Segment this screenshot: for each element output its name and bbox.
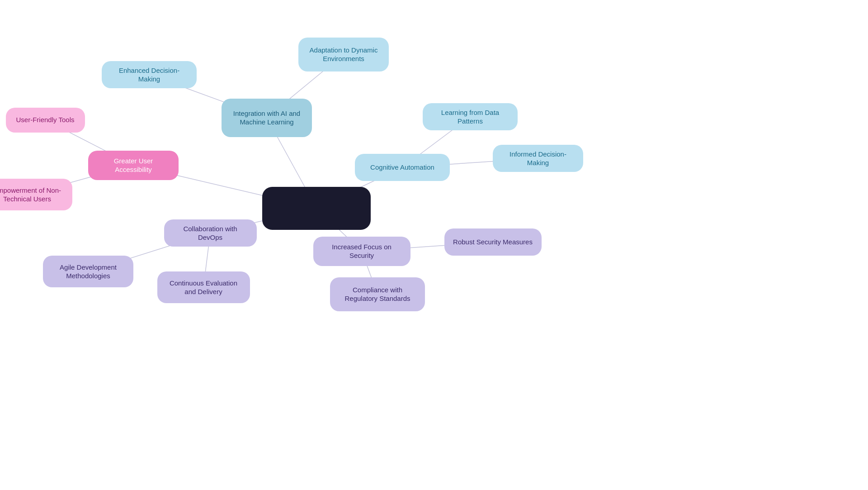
user-friendly-node: User-Friendly Tools	[6, 108, 85, 133]
enhanced-decision-node: Enhanced Decision-Making	[102, 61, 197, 88]
cognitive-node: Cognitive Automation	[355, 154, 450, 181]
adaptation-node: Adaptation to Dynamic Environments	[298, 38, 389, 71]
agile-node: Agile Development Methodologies	[43, 256, 133, 287]
ai-ml-node: Integration with AI and Machine Learning	[222, 99, 312, 137]
informed-decision-node: Informed Decision-Making	[493, 145, 583, 172]
greater-access-node: Greater User Accessibility	[88, 151, 179, 180]
robust-security-node: Robust Security Measures	[444, 228, 542, 256]
compliance-node: Compliance with Regulatory Standards	[330, 277, 425, 311]
increased-security-node: Increased Focus on Security	[313, 237, 410, 266]
center-node	[262, 187, 371, 230]
devops-node: Collaboration with DevOps	[164, 219, 257, 247]
empowerment-node: Empowerment of Non-Technical Users	[0, 179, 72, 210]
learning-data-node: Learning from Data Patterns	[423, 103, 518, 130]
continuous-node: Continuous Evaluation and Delivery	[157, 271, 250, 303]
